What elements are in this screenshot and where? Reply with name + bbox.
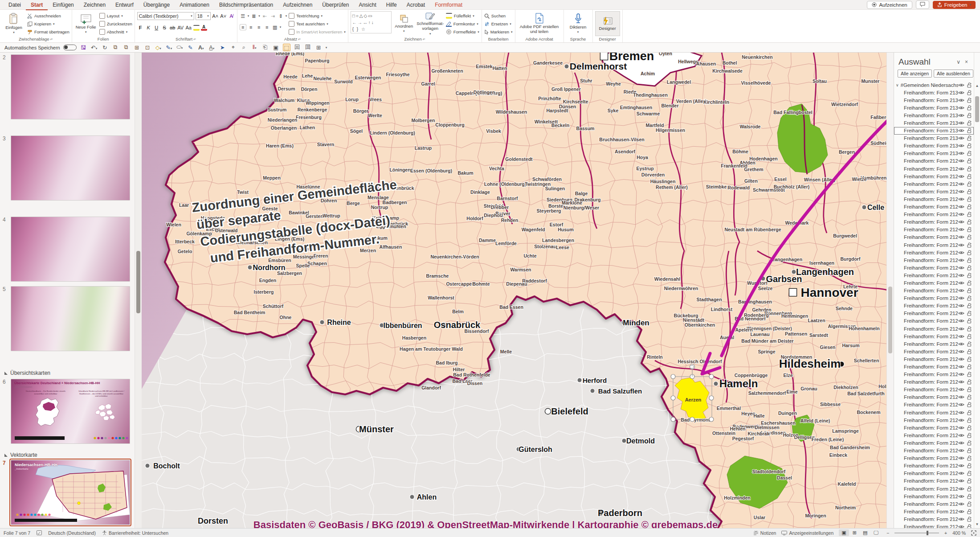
- eye-icon[interactable]: [958, 494, 964, 499]
- eye-icon[interactable]: [958, 258, 964, 262]
- selection-item-form-21281[interactable]: Freihandform: Form 21281: [894, 295, 974, 302]
- eye-icon[interactable]: [958, 342, 964, 346]
- font-color-qat-icon[interactable]: A▾: [197, 45, 205, 51]
- menu-tab-einfügen[interactable]: Einfügen: [48, 0, 78, 9]
- menu-tab-überprüfen[interactable]: Überprüfen: [317, 0, 354, 9]
- eye-icon[interactable]: [958, 227, 964, 232]
- laser-pointer-icon[interactable]: ➤: [219, 44, 226, 51]
- slide-editing-canvas[interactable]: Rhede (Ems)PapenburgBockhorstSurwoldEste…: [142, 53, 886, 528]
- ungroup-icon[interactable]: 囬: [304, 44, 312, 51]
- menu-tab-zeichnen[interactable]: Zeichnen: [79, 0, 110, 9]
- language-indicator[interactable]: Deutsch (Deutschland): [48, 530, 96, 536]
- eye-icon[interactable]: [958, 311, 964, 316]
- replace-button[interactable]: Ersetzen ▾: [484, 20, 513, 28]
- selection-item-form-21260[interactable]: Freihandform: Form 21260: [894, 455, 974, 462]
- slide-thumbnail-7-current[interactable]: Niedersachsen-HB-HH _Vektorkarte: [11, 460, 130, 525]
- slide-panel-scrollbar-thumb[interactable]: [136, 251, 140, 313]
- unlock-icon[interactable]: [967, 197, 972, 202]
- duplicate-icon[interactable]: ⧉: [112, 44, 119, 51]
- selection-item-form-21266[interactable]: Freihandform: Form 21266: [894, 409, 974, 416]
- text-direction-button[interactable]: Textrichtung ▾: [289, 12, 345, 20]
- selection-item-form-21296[interactable]: Freihandform: Form 21296: [894, 180, 974, 188]
- unlock-icon[interactable]: [967, 311, 972, 316]
- redo-icon[interactable]: ↻: [101, 44, 109, 51]
- align-right-button[interactable]: ≡: [256, 25, 262, 30]
- unlock-icon[interactable]: [967, 250, 972, 255]
- selection-item-form-21306[interactable]: Freihandform: Form 21306: [894, 104, 974, 111]
- colors-icon[interactable]: ⫴▾: [251, 44, 258, 51]
- unlock-icon[interactable]: [967, 364, 972, 369]
- eye-icon[interactable]: [958, 395, 964, 399]
- dialog-launcher-icon[interactable]: ⌐: [194, 37, 196, 41]
- qat-overflow-icon[interactable]: ▾: [326, 46, 327, 49]
- unlock-icon[interactable]: [967, 349, 972, 354]
- selection-item-form-21251[interactable]: Freihandform: Form 21251: [894, 523, 974, 528]
- selection-pane-icon[interactable]: ⬚: [283, 44, 290, 51]
- selection-item-form-21254[interactable]: Freihandform: Form 21254: [894, 500, 974, 508]
- arrange-button[interactable]: Anordnen▾: [393, 11, 415, 36]
- eye-icon[interactable]: [958, 121, 964, 125]
- justify-button[interactable]: ≡: [264, 25, 270, 30]
- paste-dropdown-icon[interactable]: ▾: [13, 31, 15, 34]
- unlock-icon[interactable]: [967, 517, 972, 522]
- show-all-button[interactable]: Alle anzeigen: [898, 70, 932, 78]
- layout-button[interactable]: Layout ▾: [99, 12, 132, 20]
- menu-tab-ansicht[interactable]: Ansicht: [354, 0, 381, 9]
- canvas-scrollbar-thumb[interactable]: [888, 287, 892, 353]
- slide-thumbnail-5[interactable]: [11, 286, 130, 351]
- unlock-icon[interactable]: [967, 113, 972, 118]
- undo-icon[interactable]: ↶▾: [90, 44, 98, 51]
- pane-scroll-down-icon[interactable]: ▼: [974, 522, 980, 526]
- font-format-aa[interactable]: Aa: [185, 25, 192, 30]
- new-slide-button[interactable]: Neue Folie▾: [74, 11, 98, 36]
- unlock-icon[interactable]: [967, 204, 972, 209]
- selection-item-form-21282[interactable]: Freihandform: Form 21282: [894, 287, 974, 295]
- zoom-in-button[interactable]: +: [944, 530, 947, 536]
- share-dropdown-icon[interactable]: ▾: [969, 3, 971, 7]
- selection-item-form-21275[interactable]: Freihandform: Form 21275: [894, 340, 974, 348]
- eye-icon[interactable]: [958, 106, 964, 110]
- resize-handle[interactable]: [671, 374, 675, 379]
- zoom-tool-icon[interactable]: ⌕: [240, 44, 248, 51]
- unlock-icon[interactable]: [967, 402, 972, 407]
- eye-icon[interactable]: [958, 136, 964, 140]
- unlock-icon[interactable]: [967, 440, 972, 446]
- group-icon[interactable]: 回: [294, 44, 301, 51]
- alt-text-icon[interactable]: ▣: [272, 44, 280, 51]
- unlock-icon[interactable]: [967, 128, 972, 133]
- eye-icon[interactable]: [958, 266, 964, 270]
- selection-item-form-21303[interactable]: Freihandform: Form 21303: [894, 127, 974, 135]
- unlock-icon[interactable]: [967, 341, 972, 347]
- align-center-button[interactable]: ≡: [248, 25, 254, 30]
- eye-icon[interactable]: [958, 509, 964, 514]
- shape-effects-qat-icon[interactable]: ⬭▾: [176, 44, 184, 51]
- shape-outline-button[interactable]: Formkontur ▾: [446, 20, 479, 28]
- unlock-icon[interactable]: [967, 463, 972, 468]
- unlock-icon[interactable]: [967, 372, 972, 377]
- selection-item-form-21290[interactable]: Freihandform: Form 21290: [894, 226, 974, 234]
- unlock-icon[interactable]: [967, 410, 972, 415]
- cut-button[interactable]: Ausschneiden: [27, 12, 69, 20]
- unlock-icon[interactable]: [967, 394, 972, 400]
- selection-item-form-21257[interactable]: Freihandform: Form 21257: [894, 477, 974, 485]
- eye-icon[interactable]: [958, 243, 964, 247]
- selection-item-form-21253[interactable]: Freihandform: Form 21253: [894, 508, 974, 515]
- unlock-icon[interactable]: [967, 174, 972, 179]
- zoom-slider[interactable]: [894, 533, 939, 533]
- shape-gallery[interactable]: □○△◇▭←→↔↑↓{ } ☆: [351, 11, 392, 33]
- selection-item-form-21291[interactable]: Freihandform: Form 21291: [894, 218, 974, 226]
- eye-icon[interactable]: [958, 98, 964, 102]
- eye-icon[interactable]: [958, 525, 964, 528]
- selection-item-form-21263[interactable]: Freihandform: Form 21263: [894, 431, 974, 439]
- selection-item-form-21307[interactable]: Freihandform: Form 21307: [894, 96, 974, 104]
- section-header-uebersichtskarten[interactable]: Übersichtskarten: [4, 370, 50, 376]
- decrease-font-button[interactable]: A˅: [220, 13, 227, 19]
- selection-item-form-21258[interactable]: Freihandform: Form 21258: [894, 470, 974, 477]
- copy-button[interactable]: Kopieren ▾: [27, 20, 69, 28]
- line-spacing-button[interactable]: ⇕: [278, 13, 284, 19]
- unlock-icon[interactable]: [967, 98, 972, 103]
- copy-object-icon[interactable]: ⧉: [122, 44, 130, 51]
- zoom-slider-thumb[interactable]: [927, 531, 928, 535]
- clear-formatting-button[interactable]: A̸: [228, 13, 235, 19]
- section-header-vektorkarte[interactable]: Vektorkarte: [4, 452, 37, 458]
